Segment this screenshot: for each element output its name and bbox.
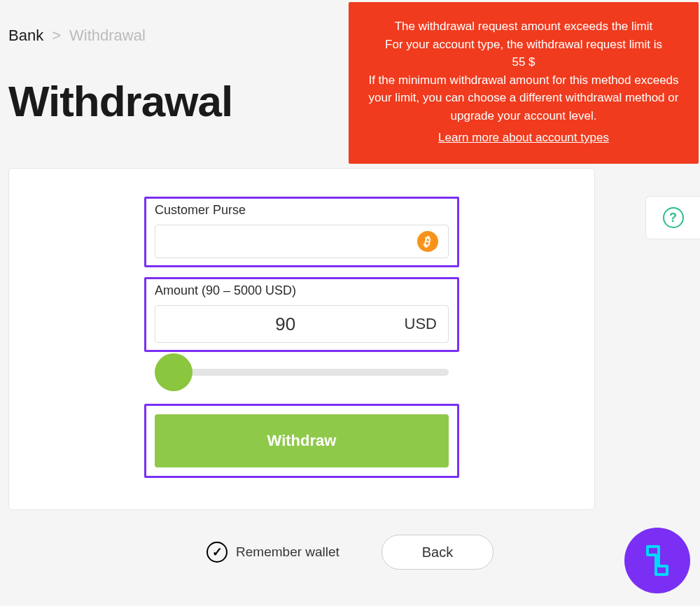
help-button[interactable]: ? [645,196,700,239]
amount-input[interactable] [167,313,405,335]
slider-track [169,369,449,376]
logo-icon [638,541,677,580]
amount-currency: USD [405,315,437,333]
withdraw-group: Withdraw [144,404,459,478]
error-alert: The withdrawal request amount exceeds th… [349,2,699,164]
customer-purse-input[interactable] [165,234,417,249]
withdraw-button[interactable]: Withdraw [155,414,449,467]
brand-logo [624,528,690,593]
remember-wallet-label: Remember wallet [236,544,340,560]
slider-thumb[interactable] [155,353,192,391]
alert-learn-more-link[interactable]: Learn more about account types [438,129,609,147]
amount-group: Amount (90 – 5000 USD) USD [144,277,459,352]
breadcrumb-current: Withdrawal [69,27,146,45]
checkbox-icon: ✓ [206,542,227,563]
amount-input-wrap: USD [155,305,449,343]
remember-wallet-checkbox[interactable]: ✓ Remember wallet [206,542,340,563]
alert-text-line: 55 $ [368,53,679,71]
customer-purse-label: Customer Purse [155,203,449,218]
help-icon: ? [663,207,684,228]
alert-text-line: For your account type, the withdrawal re… [368,36,679,54]
amount-slider[interactable] [155,362,449,383]
footer-row: ✓ Remember wallet Back [0,535,700,570]
breadcrumb-root[interactable]: Bank [8,27,43,45]
withdrawal-card: Customer Purse ₿ Amount (90 – 5000 USD) … [8,168,595,510]
customer-purse-group: Customer Purse ₿ [144,197,459,267]
alert-text-line: The withdrawal request amount exceeds th… [368,17,679,36]
customer-purse-input-wrap: ₿ [155,225,449,258]
amount-label: Amount (90 – 5000 USD) [155,283,449,298]
breadcrumb-separator: > [52,27,61,45]
back-button[interactable]: Back [382,535,493,570]
bitcoin-icon: ₿ [415,229,440,254]
alert-text-line: If the minimum withdrawal amount for thi… [368,71,679,125]
